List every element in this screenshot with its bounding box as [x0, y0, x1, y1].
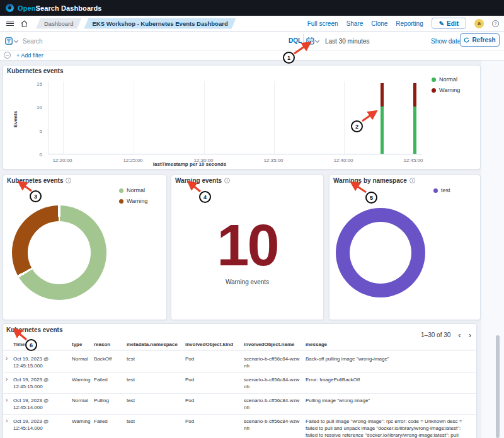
x-tick: 12:40:00	[328, 158, 359, 163]
cell-kind: Pod	[185, 397, 244, 411]
time-range-value[interactable]: Last 30 minutes	[325, 38, 370, 45]
expand-row-icon[interactable]: ›	[3, 355, 13, 369]
table-row: › Oct 19, 2023 @ 12:45:15.000 Normal Bac…	[3, 352, 476, 373]
expand-row-icon[interactable]: ›	[3, 397, 13, 411]
panel-warnings-by-namespace: Warnings by namespacei test	[329, 175, 481, 320]
bar-segment-normal[interactable]	[381, 107, 384, 154]
legend-item-warning[interactable]: Warning	[432, 87, 460, 93]
cell-time: Oct 19, 2023 @ 12:45:14.000	[13, 397, 72, 411]
column-name[interactable]: involvedObject.name	[244, 342, 306, 347]
cell-namespace: test	[127, 418, 185, 438]
edit-button[interactable]: ✎ Edit	[432, 18, 466, 29]
y-tick: 15	[28, 81, 42, 87]
pencil-icon: ✎	[439, 20, 444, 27]
column-type[interactable]: type	[72, 342, 94, 347]
donut-hole	[28, 221, 91, 284]
legend-item-test[interactable]: test	[433, 187, 450, 193]
scrollbar-thumb[interactable]	[496, 335, 500, 438]
annotation-circle-1: 1	[283, 52, 295, 64]
reporting-link[interactable]: Reporting	[396, 20, 423, 27]
add-filter-link[interactable]: + Add filter	[16, 52, 43, 59]
warning-dot-icon	[432, 88, 436, 93]
expand-row-icon[interactable]: ›	[3, 376, 13, 390]
column-reason[interactable]: reason	[94, 342, 127, 347]
normal-dot-icon	[432, 78, 436, 82]
cell-type: Warning	[72, 418, 94, 438]
y-tick: 0	[28, 152, 42, 158]
stacked-bar-1245[interactable]	[413, 83, 416, 154]
share-link[interactable]: Share	[346, 20, 364, 27]
cell-kind: Pod	[185, 376, 244, 390]
gridline	[63, 81, 64, 154]
legend-item-normal[interactable]: Normal	[432, 76, 460, 83]
saved-query-icon[interactable]	[5, 37, 13, 45]
expander-header	[3, 342, 13, 347]
panel-title[interactable]: Kubernetes events	[7, 67, 63, 74]
refresh-icon	[464, 37, 469, 43]
panel-warning-events-metric: Warning eventsi 10 Warning events	[171, 175, 324, 320]
cell-message: Pulling image "wrong-image"	[306, 397, 471, 411]
y-tick: 5	[28, 129, 42, 134]
panel-title[interactable]: Warning eventsi	[175, 177, 230, 184]
x-tick: 12:20:00	[47, 158, 78, 163]
cell-reason: Failed	[94, 418, 127, 438]
panel-title[interactable]: Kubernetes events	[6, 326, 62, 333]
help-icon[interactable]: ?	[492, 20, 499, 27]
refresh-button[interactable]: Refresh	[460, 33, 500, 47]
bar-segment-warning[interactable]	[381, 83, 384, 107]
cell-type: Normal	[72, 355, 94, 369]
panel-title[interactable]: Warnings by namespacei	[333, 177, 415, 184]
events-donut-chart[interactable]	[12, 205, 106, 300]
bar-segment-warning[interactable]	[413, 83, 416, 107]
column-time[interactable]: Time ▼	[13, 342, 72, 347]
home-icon[interactable]	[20, 20, 28, 28]
show-dates-link[interactable]: Show dates	[431, 38, 464, 45]
info-icon[interactable]: i	[66, 178, 71, 183]
cell-type: Normal	[72, 397, 94, 411]
column-namespace[interactable]: metadata.namespace	[127, 342, 185, 347]
pagination: 1–30 of 30 ‹ ›	[421, 331, 471, 338]
donut-legend: Normal Warning	[119, 187, 147, 204]
dql-button[interactable]: DQL	[289, 37, 302, 44]
legend-item-warning[interactable]: Warning	[119, 198, 147, 204]
annotation-circle-4: 4	[199, 191, 211, 203]
cell-kind: Pod	[185, 418, 244, 438]
table-row: › Oct 19, 2023 @ 12:45:14.000 Normal Pul…	[3, 394, 476, 415]
gridline	[274, 81, 275, 154]
gridline	[134, 81, 134, 154]
gridline	[344, 81, 345, 154]
full-screen-link[interactable]: Full screen	[307, 20, 338, 27]
query-divider	[303, 34, 304, 48]
table-row: › Oct 19, 2023 @ 12:45:14.000 Warning Fa…	[3, 415, 476, 438]
cell-name: scenario-b-cff56c84-wzwnh	[244, 397, 306, 411]
info-icon[interactable]: i	[224, 178, 230, 183]
calendar-icon[interactable]	[306, 37, 314, 45]
bar-segment-normal[interactable]	[413, 107, 416, 154]
cell-namespace: test	[127, 355, 185, 369]
info-icon[interactable]: i	[410, 178, 415, 183]
menu-icon[interactable]	[6, 21, 14, 26]
search-input[interactable]	[23, 34, 281, 48]
histogram-legend: Normal Warning	[432, 76, 460, 93]
namespace-donut-chart[interactable]	[336, 208, 425, 297]
avatar[interactable]: a	[474, 19, 484, 28]
column-message[interactable]: message	[306, 342, 471, 347]
expand-row-icon[interactable]: ›	[3, 418, 13, 438]
table-body: › Oct 19, 2023 @ 12:45:15.000 Normal Bac…	[3, 352, 476, 438]
normal-dot-icon	[119, 188, 123, 193]
previous-page-icon[interactable]: ‹	[458, 332, 461, 338]
legend-item-normal[interactable]: Normal	[119, 187, 147, 193]
panel-kubernetes-events-table: Kubernetes events 1–30 of 30 ‹ › Time ▼ …	[3, 323, 477, 438]
clone-link[interactable]: Clone	[371, 20, 387, 27]
panel-title[interactable]: Kubernetes eventsi	[7, 177, 71, 184]
namespace-legend: test	[433, 187, 450, 193]
nav-actions: Full screen Share Clone Reporting ✎ Edit…	[307, 18, 499, 29]
cell-name: scenario-b-cff56c84-wzwnh	[244, 376, 306, 390]
filter-options-icon[interactable]	[4, 52, 11, 59]
column-kind[interactable]: involvedObject.kind	[185, 342, 244, 347]
next-page-icon[interactable]: ›	[469, 332, 471, 338]
warning-count-value: 10	[171, 223, 323, 268]
cell-reason: BackOff	[94, 355, 127, 369]
breadcrumb-dashboard[interactable]: Dashboard	[36, 18, 81, 29]
stacked-bar-1242[interactable]	[381, 83, 384, 154]
